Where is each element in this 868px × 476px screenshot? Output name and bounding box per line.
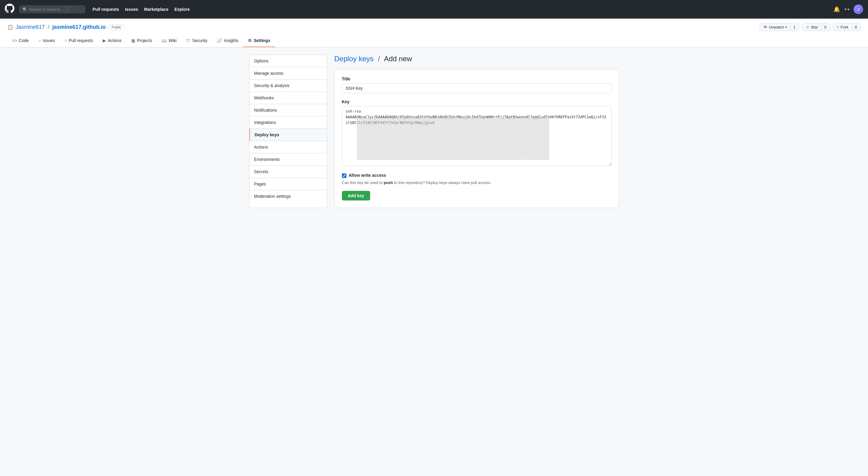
repo-header: 📋 Jasmine617 / jasmine617.github.io Publ… [0, 19, 868, 47]
fork-button[interactable]: ⑂ Fork [833, 24, 852, 31]
sidebar-item-notifications[interactable]: Notifications [249, 104, 327, 116]
page-layout: Options Manage access Security & analysi… [242, 55, 626, 208]
security-icon: 🛡 [186, 38, 190, 43]
github-logo[interactable] [5, 4, 14, 15]
main-content: Deploy keys / Add new Title Key ssh-rsa … [334, 55, 619, 208]
repo-owner-link[interactable]: Jasmine617 [16, 24, 45, 30]
repo-title-row: 📋 Jasmine617 / jasmine617.github.io Publ… [7, 24, 861, 31]
notification-bell-icon[interactable]: 🔔 [833, 6, 840, 12]
allow-write-checkbox[interactable] [342, 173, 346, 178]
nav-issues[interactable]: Issues [125, 7, 138, 12]
allow-write-row: Allow write access [342, 173, 612, 178]
allow-write-label[interactable]: Allow write access [349, 173, 386, 178]
star-count[interactable]: 0 [822, 24, 830, 31]
watch-chevron-icon: ▾ [785, 26, 787, 29]
deploy-key-form: Title Key ssh-rsa <span class="link-text… [334, 69, 619, 208]
key-field-group: Key ssh-rsa <span class="link-text">AAAA… [342, 99, 612, 167]
sidebar-item-webhooks[interactable]: Webhooks [249, 92, 327, 104]
fork-icon: ⑂ [837, 25, 839, 29]
star-button[interactable]: ☆ Star [802, 24, 822, 31]
tab-wiki[interactable]: 📖 Wiki [157, 35, 181, 47]
sidebar-item-actions[interactable]: Actions [249, 141, 327, 154]
avatar[interactable]: J [854, 4, 863, 14]
star-icon: ☆ [806, 25, 809, 29]
tab-issues[interactable]: ○ Issues [34, 35, 60, 47]
allow-write-group: Allow write access Can this key be used … [342, 173, 612, 185]
sidebar-item-security-analysis[interactable]: Security & analysis [249, 79, 327, 92]
projects-icon: ▦ [131, 38, 135, 43]
allow-write-description: Can this key be used to push to this rep… [342, 180, 612, 185]
breadcrumb-link[interactable]: Deploy keys [334, 55, 374, 63]
actions-icon: ▶ [103, 38, 106, 43]
sidebar-item-secrets[interactable]: Secrets [249, 166, 327, 178]
title-field-group: Title [342, 76, 612, 93]
title-label: Title [342, 76, 612, 81]
tab-settings[interactable]: ⚙ Settings [243, 35, 275, 47]
watch-count[interactable]: 1 [791, 24, 799, 31]
sidebar-item-deploy-keys[interactable]: Deploy keys [249, 129, 327, 141]
watch-button-group: 👁 Unwatch ▾ 1 [760, 24, 800, 31]
star-button-group: ☆ Star 0 [802, 24, 831, 31]
sidebar-item-integrations[interactable]: Integrations [249, 116, 327, 129]
tab-security[interactable]: 🛡 Security [182, 35, 212, 47]
sidebar-item-options[interactable]: Options [249, 55, 327, 67]
sidebar-item-environments[interactable]: Environments [249, 154, 327, 166]
nav-marketplace[interactable]: Marketplace [144, 7, 168, 12]
repo-book-icon: 📋 [7, 24, 13, 30]
repo-action-buttons: 👁 Unwatch ▾ 1 ☆ Star 0 ⑂ Fork 0 [760, 24, 861, 31]
breadcrumb-current: Add new [384, 55, 412, 63]
header-right: 🔔 + ▾ J [833, 4, 863, 14]
insights-icon: 📈 [217, 38, 222, 43]
key-textarea-wrapper: ssh-rsa <span class="link-text">AAAAB3Nz… [342, 106, 612, 167]
watch-button[interactable]: 👁 Unwatch ▾ [760, 24, 791, 31]
wiki-icon: 📖 [162, 38, 167, 43]
tab-projects[interactable]: ▦ Projects [126, 35, 157, 47]
key-label: Key [342, 99, 612, 104]
title-input[interactable] [342, 83, 612, 93]
repo-visibility-badge: Public [108, 24, 125, 30]
repo-name-link[interactable]: jasmine617.github.io [52, 24, 106, 30]
nav-explore[interactable]: Explore [174, 7, 190, 12]
tab-actions[interactable]: ▶ Actions [98, 35, 126, 47]
issues-icon: ○ [38, 38, 41, 43]
settings-sidebar: Options Manage access Security & analysi… [249, 55, 327, 208]
search-bar[interactable]: 🔍 Search or jump to... / [19, 5, 85, 13]
sidebar-item-manage-access[interactable]: Manage access [249, 67, 327, 79]
add-key-button[interactable]: Add key [342, 191, 370, 201]
tab-insights[interactable]: 📈 Insights [212, 35, 243, 47]
header-nav: Pull requests Issues Marketplace Explore [93, 7, 190, 12]
sidebar-item-pages[interactable]: Pages [249, 178, 327, 190]
eye-icon: 👁 [764, 25, 767, 29]
page-title: Deploy keys / Add new [334, 55, 619, 63]
key-input[interactable]: ssh-rsa <span class="link-text">AAAAB3Nz… [342, 106, 612, 166]
nav-pull-requests[interactable]: Pull requests [93, 7, 119, 12]
search-slash: / [65, 7, 69, 12]
header: 🔍 Search or jump to... / Pull requests I… [0, 0, 868, 19]
code-icon: <> [12, 38, 17, 43]
fork-button-group: ⑂ Fork 0 [833, 24, 861, 31]
create-new-button[interactable]: + ▾ [844, 7, 849, 12]
sidebar-item-moderation-settings[interactable]: Moderation settings [249, 190, 327, 202]
tab-pull-requests[interactable]: ⑂ Pull requests [60, 35, 98, 47]
settings-icon: ⚙ [248, 38, 252, 43]
breadcrumb-sep: / [378, 55, 380, 63]
pr-icon: ⑂ [65, 38, 67, 43]
search-placeholder: Search or jump to... [29, 7, 63, 12]
tab-code[interactable]: <> Code [7, 35, 34, 47]
search-icon: 🔍 [23, 7, 27, 12]
repo-tabs: <> Code ○ Issues ⑂ Pull requests ▶ Actio… [7, 35, 861, 47]
fork-count[interactable]: 0 [852, 24, 861, 31]
